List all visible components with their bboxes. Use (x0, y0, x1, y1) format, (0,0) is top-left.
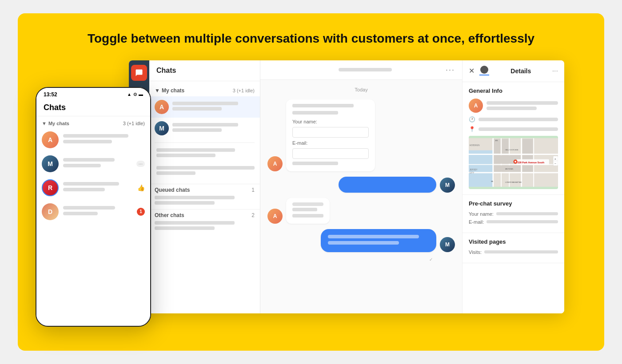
svg-text:+: + (554, 157, 556, 161)
phone-chat-item[interactable]: D 1 (36, 200, 150, 224)
my-chats-section: ▼ My chats 3 (+1 idle) A (149, 81, 260, 184)
phone-avatar: R (42, 179, 59, 196)
chat-item[interactable]: M (149, 118, 260, 139)
my-chats-header: ▼ My chats 3 (+1 idle) (149, 85, 260, 96)
chat-more-button[interactable]: ··· (446, 65, 455, 75)
svg-point-28 (514, 161, 516, 162)
avatar: M (440, 178, 455, 193)
form-email-input[interactable] (292, 148, 369, 159)
phone-avatar: D (42, 203, 59, 220)
avatar: A (155, 100, 169, 114)
message-bubble-blue (321, 229, 436, 252)
chat-info (155, 148, 255, 159)
other-label: Other chats (155, 212, 184, 218)
phone-section-label: My chats (48, 121, 69, 126)
chat-info (172, 123, 255, 134)
mobile-phone: 13:52 ▲ ⊙ ▬ Chats ▼ My chats 3 (+1 idle) (36, 87, 151, 327)
phone-avatar: M (42, 155, 59, 172)
user-avatar: A (469, 99, 483, 113)
svg-text:9A: 9A (491, 180, 493, 182)
chats-panel: Chats ▼ My chats 3 (+1 idle) A (149, 60, 260, 313)
battery-icon: ▬ (139, 92, 143, 97)
message-bubble (286, 198, 330, 224)
visited-pages-title: Visited pages (469, 238, 558, 245)
msg-status: ✓ (429, 257, 433, 262)
chat-item[interactable] (149, 162, 260, 180)
form-name-input[interactable] (292, 127, 369, 138)
phone-content: Chats ▼ My chats 3 (+1 idle) A (36, 99, 150, 320)
svg-rect-14 (522, 139, 533, 154)
message-bubble-blue (339, 177, 436, 193)
typing-badge: ··· (136, 161, 145, 167)
details-title: Details (510, 67, 531, 75)
survey-name-label: Your name: (469, 211, 494, 217)
phone-chat-info (63, 182, 133, 194)
visits-row: Visits: (469, 249, 558, 255)
ui-wrapper: Chats ▼ My chats 3 (+1 idle) A (36, 60, 586, 336)
chat-info (155, 166, 255, 177)
chat-header-title (339, 68, 392, 71)
form-email-label: E-mail: (292, 140, 369, 146)
date-divider: Today (267, 87, 455, 92)
pre-chat-section: Pre-chat survey Your name: E-mail: (463, 195, 564, 233)
pin-icon: 📍 (469, 126, 475, 132)
main-card: Toggle between multiple conversations wi… (18, 13, 604, 351)
like-icon: 👍 (137, 184, 145, 191)
pre-chat-title: Pre-chat survey (469, 200, 558, 207)
svg-text:LOWER MANHATTAN: LOWER MANHATTAN (505, 181, 522, 183)
phone-app-title: Chats (36, 99, 150, 116)
sidebar-chat-icon[interactable] (131, 65, 147, 81)
phone-chat-info (63, 134, 145, 146)
survey-email-row: E-mail: (469, 219, 558, 225)
details-more-button[interactable]: ··· (552, 67, 558, 75)
svg-text:495: 495 (495, 140, 498, 142)
phone-chat-info (63, 158, 132, 170)
phone-chat-item[interactable]: R 👍 (36, 176, 150, 200)
other-section: Other chats 2 (149, 209, 260, 234)
my-chats-label: ▼ My chats (155, 87, 184, 94)
phone-time: 13:52 (44, 91, 57, 98)
phone-chat-info (63, 206, 132, 218)
message-row: A Your name: E-mail: (267, 99, 455, 171)
phone-chat-item[interactable]: M ··· (36, 152, 150, 176)
chat-item[interactable] (149, 145, 260, 162)
avatar: A (267, 209, 283, 224)
svg-text:−: − (554, 161, 556, 165)
chat-item[interactable]: A (149, 96, 260, 118)
phone-chat-item[interactable]: A (36, 128, 150, 152)
phone-section-count: 3 (+1 idle) (123, 121, 145, 126)
form-name-label: Your name: (292, 119, 369, 124)
avatar: M (155, 121, 169, 135)
svg-text:228 Park Avenue South: 228 Park Avenue South (518, 161, 544, 163)
other-count: 2 (251, 212, 255, 218)
survey-name-row: Your name: (469, 211, 558, 217)
signal-icon: ▲ (127, 92, 132, 97)
status-icons: ▲ ⊙ ▬ (127, 92, 143, 97)
svg-text:CITY: CITY (470, 171, 474, 174)
visited-pages-section: Visited pages Visits: (463, 233, 564, 263)
chat-main: ··· Today A Your name: (260, 60, 462, 313)
message-row: M (267, 177, 455, 193)
phone-my-chats: ▼ My chats 3 (+1 idle) A (36, 116, 150, 226)
chat-info (172, 102, 255, 112)
chat-body: Today A Your name: E-mail: (260, 80, 462, 313)
location-row: 📍 (469, 126, 558, 132)
map-svg: HOBOKEN JERSEY CITY HELL'S KITCHEN MIDTO… (469, 136, 558, 189)
svg-text:HELL'S KITCHEN: HELL'S KITCHEN (505, 149, 518, 150)
chat-msg-skel (172, 107, 222, 111)
message-row: M (267, 229, 455, 252)
queued-label: Queued chats (155, 187, 190, 193)
svg-rect-11 (502, 139, 509, 154)
svg-text:JERSEY: JERSEY (470, 169, 478, 171)
unread-badge: 1 (137, 208, 145, 216)
queued-section: Queued chats 1 (149, 184, 260, 209)
user-profile-icon[interactable] (479, 66, 490, 76)
phone-avatar: A (42, 131, 59, 148)
close-icon[interactable]: ✕ (469, 67, 474, 75)
chat-msg-skel (172, 128, 222, 132)
message-row: A (267, 198, 455, 224)
svg-text:HOBOKEN: HOBOKEN (470, 144, 480, 146)
chats-panel-title: Chats (149, 60, 260, 81)
chat-name-skel (172, 102, 238, 105)
general-info-title: General Info (469, 87, 558, 94)
